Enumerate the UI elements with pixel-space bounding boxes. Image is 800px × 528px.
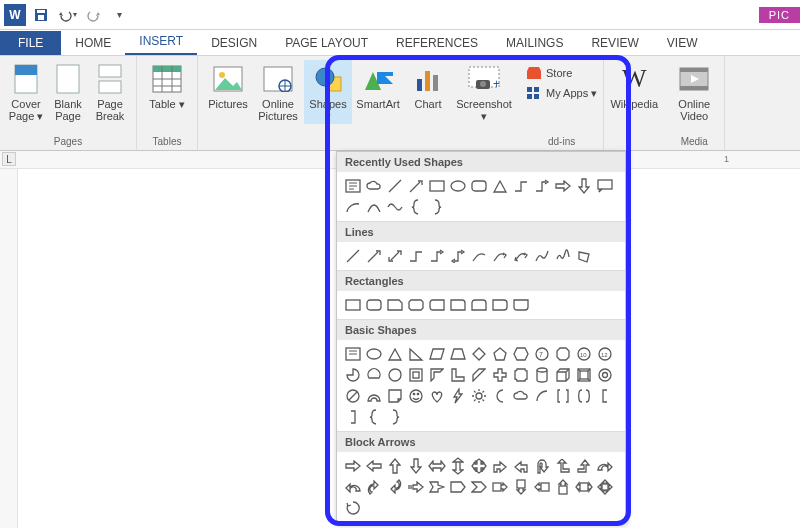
shape-moon-icon[interactable] (490, 386, 510, 406)
shape-arrow-right-icon[interactable] (343, 456, 363, 476)
shape-arrow-leftup-icon[interactable] (553, 456, 573, 476)
shape-arrow-bent2-icon[interactable] (511, 456, 531, 476)
shape-cloud-icon[interactable] (364, 176, 384, 196)
shape-folded-corner-icon[interactable] (385, 386, 405, 406)
shape-double-arrow-icon[interactable] (385, 246, 405, 266)
shape-arrow-callout-lr-icon[interactable] (574, 477, 594, 497)
save-icon[interactable] (30, 4, 52, 26)
shape-elbow2-icon[interactable] (427, 246, 447, 266)
shape-arrow-updown-icon[interactable] (448, 456, 468, 476)
shape-smiley-icon[interactable] (406, 386, 426, 406)
shape-rect6-icon[interactable] (448, 295, 468, 315)
vertical-ruler[interactable] (0, 169, 18, 528)
shape-wave-icon[interactable] (385, 197, 405, 217)
my-apps-button[interactable]: My Apps ▾ (526, 86, 597, 100)
tab-home[interactable]: HOME (61, 31, 125, 55)
shape-rect5-icon[interactable] (427, 295, 447, 315)
shape-arrow-uturn-icon[interactable] (532, 456, 552, 476)
shape-rect4-icon[interactable] (406, 295, 426, 315)
shape-freeform-icon[interactable] (532, 246, 552, 266)
shape-right-bracket-icon[interactable] (343, 407, 363, 427)
shape-left-brace-icon[interactable] (406, 197, 426, 217)
shape-frame-icon[interactable] (406, 365, 426, 385)
shape-arrow-curved-r-icon[interactable] (595, 456, 615, 476)
shape-can-icon[interactable] (532, 365, 552, 385)
shape-rt-triangle-icon[interactable] (406, 344, 426, 364)
shape-double-bracket-icon[interactable] (553, 386, 573, 406)
shape-arrow-callout-quad-icon[interactable] (595, 477, 615, 497)
shape-curved1-icon[interactable] (469, 246, 489, 266)
shape-no-symbol-icon[interactable] (343, 386, 363, 406)
shape-arrow-pentagon-icon[interactable] (448, 477, 468, 497)
tab-mailings[interactable]: MAILINGS (492, 31, 577, 55)
shape-freeform-closed-icon[interactable] (574, 246, 594, 266)
shape-right-brace2-icon[interactable] (385, 407, 405, 427)
shape-arrow-bentup-icon[interactable] (574, 456, 594, 476)
shape-round-rect-icon[interactable] (469, 176, 489, 196)
shape-curved2-icon[interactable] (490, 246, 510, 266)
shape-scribble-icon[interactable] (553, 246, 573, 266)
shape-arrow-curved-u-icon[interactable] (364, 477, 384, 497)
shape-rect1-icon[interactable] (343, 295, 363, 315)
shape-dodecagon-icon[interactable]: 12 (595, 344, 615, 364)
shape-donut-icon[interactable] (595, 365, 615, 385)
shape-parallelogram-icon[interactable] (427, 344, 447, 364)
chart-button[interactable]: Chart (404, 60, 452, 112)
shape-arrow-down2-icon[interactable] (406, 456, 426, 476)
shape-hexagon-icon[interactable] (511, 344, 531, 364)
shape-arrow-chevron-icon[interactable] (469, 477, 489, 497)
shape-plaque-icon[interactable] (511, 365, 531, 385)
app-icon[interactable]: W (4, 4, 26, 26)
shape-curve-icon[interactable] (364, 197, 384, 217)
shape-arrow-callout-u-icon[interactable] (553, 477, 573, 497)
shape-arrow-circular-icon[interactable] (343, 498, 363, 518)
shape-arrow-striped-icon[interactable] (406, 477, 426, 497)
shape-arc2-icon[interactable] (532, 386, 552, 406)
tab-review[interactable]: REVIEW (577, 31, 652, 55)
shape-textbox-icon[interactable] (343, 176, 363, 196)
shape-cross-icon[interactable] (490, 365, 510, 385)
shape-line2-icon[interactable] (343, 246, 363, 266)
shape-right-arrow-icon[interactable] (553, 176, 573, 196)
shape-rect3-icon[interactable] (385, 295, 405, 315)
shape-left-brace2-icon[interactable] (364, 407, 384, 427)
store-button[interactable]: Store (526, 66, 572, 80)
shape-rect9-icon[interactable] (511, 295, 531, 315)
shape-double-brace-icon[interactable] (574, 386, 594, 406)
shape-trapezoid-icon[interactable] (448, 344, 468, 364)
page-break-button[interactable]: Page Break (90, 60, 130, 124)
smartart-button[interactable]: SmartArt (354, 60, 402, 112)
shape-pentagon-icon[interactable] (490, 344, 510, 364)
shape-elbow1-icon[interactable] (406, 246, 426, 266)
shape-arrow-quad-icon[interactable] (469, 456, 489, 476)
shape-triangle-icon[interactable] (490, 176, 510, 196)
shape-rect2-icon[interactable] (364, 295, 384, 315)
shape-cube-icon[interactable] (553, 365, 573, 385)
shape-arrow-line-icon[interactable] (406, 176, 426, 196)
tab-page-layout[interactable]: PAGE LAYOUT (271, 31, 382, 55)
online-video-button[interactable]: Online Video (670, 60, 718, 124)
shape-callout-icon[interactable] (595, 176, 615, 196)
shape-diamond-icon[interactable] (469, 344, 489, 364)
shape-decagon-icon[interactable]: 10 (574, 344, 594, 364)
shape-arrow-left-icon[interactable] (364, 456, 384, 476)
shape-rectangle-icon[interactable] (427, 176, 447, 196)
tab-stop-indicator[interactable]: L (2, 152, 16, 166)
blank-page-button[interactable]: Blank Page (48, 60, 88, 124)
shape-teardrop-icon[interactable] (385, 365, 405, 385)
shape-right-brace-icon[interactable] (427, 197, 447, 217)
tab-view[interactable]: VIEW (653, 31, 712, 55)
wikipedia-button[interactable]: WWikipedia (610, 60, 658, 112)
shape-lightning-icon[interactable] (448, 386, 468, 406)
shape-triangle2-icon[interactable] (385, 344, 405, 364)
shape-elbow3-icon[interactable] (448, 246, 468, 266)
online-pictures-button[interactable]: Online Pictures (254, 60, 302, 124)
shape-arrow-bent1-icon[interactable] (490, 456, 510, 476)
tab-references[interactable]: REFERENCES (382, 31, 492, 55)
undo-icon[interactable]: ▾ (56, 4, 78, 26)
shape-half-frame-icon[interactable] (427, 365, 447, 385)
shape-rect7-icon[interactable] (469, 295, 489, 315)
shape-cloud2-icon[interactable] (511, 386, 531, 406)
table-button[interactable]: Table ▾ (143, 60, 191, 112)
cover-page-button[interactable]: Cover Page ▾ (6, 60, 46, 124)
